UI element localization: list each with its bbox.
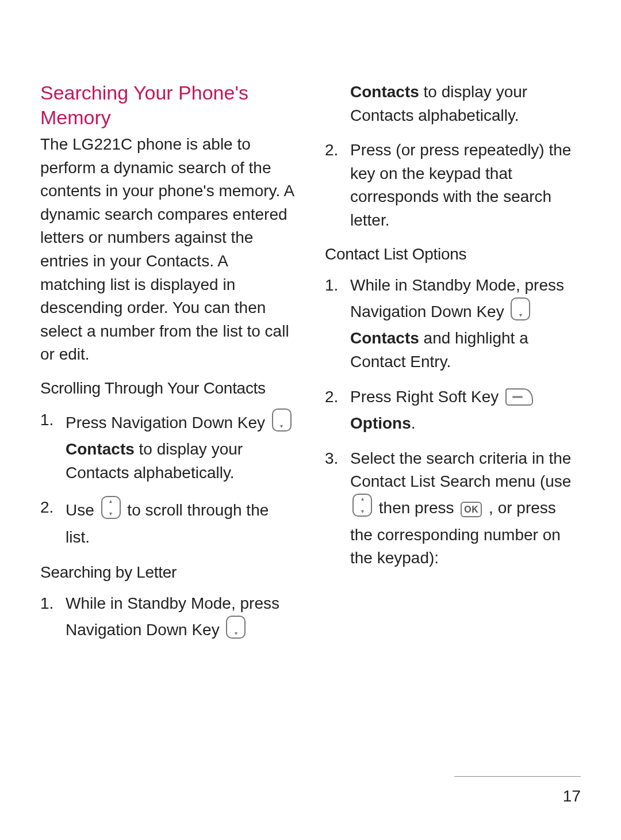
page-number: 17 xyxy=(563,787,581,805)
step-text: then press xyxy=(379,499,459,517)
step-bold: Contacts xyxy=(350,83,419,101)
list-item: While in Standby Mode, press Navigation … xyxy=(325,274,581,373)
list-item: Use ▴▾ to scroll through the list. xyxy=(40,496,296,549)
list-item: Select the search criteria in the Contac… xyxy=(325,447,581,570)
step-text: Press (or press repeatedly) the key on t… xyxy=(350,141,571,229)
step-text: Press Right Soft Key xyxy=(350,388,503,406)
ok-key-icon: OK xyxy=(461,502,482,517)
intro-paragraph: The LG221C phone is able to perform a dy… xyxy=(40,133,296,366)
footer-rule xyxy=(454,776,581,777)
scrolling-steps: Press Navigation Down Key ▾ Contacts to … xyxy=(40,408,296,549)
step-bold: Contacts xyxy=(350,329,419,347)
step-text: While in Standby Mode, press Navigation … xyxy=(66,594,279,639)
content-columns: Searching Your Phone's Memory The LG221C… xyxy=(40,81,581,679)
list-item: Press (or press repeatedly) the key on t… xyxy=(325,139,581,232)
step-text: Use xyxy=(66,501,99,519)
step-bold: Contacts xyxy=(66,440,135,458)
step-text: . xyxy=(411,414,416,432)
list-item: Press Navigation Down Key ▾ Contacts to … xyxy=(40,408,296,485)
subhead-options: Contact List Options xyxy=(325,243,581,266)
section-title: Searching Your Phone's Memory xyxy=(40,81,296,129)
nav-down-key-icon: ▾ xyxy=(226,616,246,646)
nav-down-key-icon: ▾ xyxy=(272,408,292,438)
step-text: Select the search criteria in the Contac… xyxy=(350,449,571,491)
step-bold: Options xyxy=(350,414,411,432)
right-soft-key-icon xyxy=(505,388,533,413)
options-steps: While in Standby Mode, press Navigation … xyxy=(325,274,581,570)
nav-down-key-icon: ▾ xyxy=(511,297,530,327)
list-item: Press Right Soft Key Options. xyxy=(325,385,581,436)
subhead-scrolling: Scrolling Through Your Contacts xyxy=(40,377,296,400)
subhead-letter: Searching by Letter xyxy=(40,561,296,585)
nav-updown-key-icon: ▴▾ xyxy=(352,494,372,524)
manual-page: Searching Your Phone's Memory The LG221C… xyxy=(0,0,621,840)
step-text: While in Standby Mode, press Navigation … xyxy=(350,276,564,320)
nav-updown-key-icon: ▴▾ xyxy=(101,496,121,526)
step-text: Press Navigation Down Key xyxy=(66,414,270,432)
